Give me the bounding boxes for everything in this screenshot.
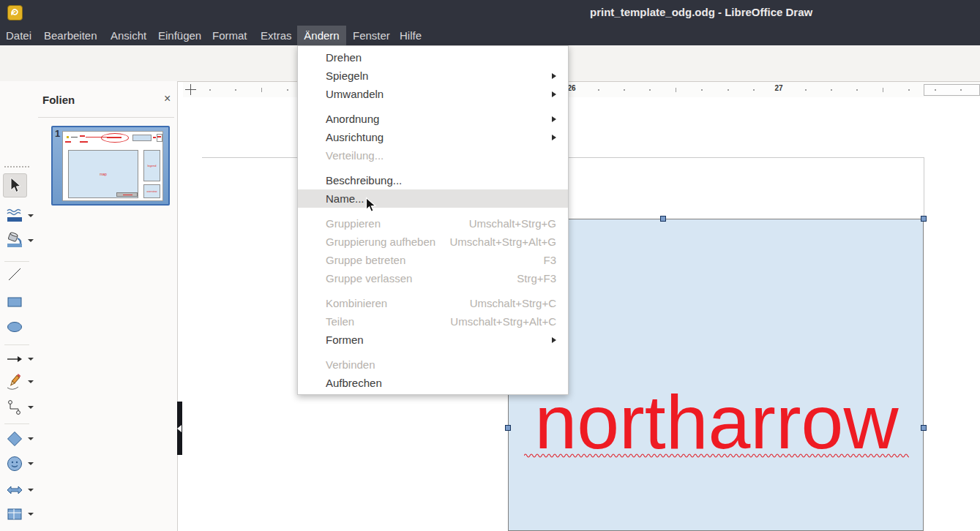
menu-separator [298,349,568,355]
thumb-mark [157,136,161,138]
selection-handle-top[interactable] [660,216,666,222]
menu-format[interactable]: Format [206,26,253,45]
selection-handle-top-right[interactable] [921,216,927,222]
submenu-arrow-icon [552,116,556,122]
menu-item-gruppierung-aufheben: Gruppierung aufhebenUmschalt+Strg+Alt+G [298,233,568,251]
ruler-tick [753,89,755,91]
lines-dropdown[interactable] [28,358,34,361]
menu-item-aufbrechen[interactable]: Aufbrechen [298,374,568,392]
select-tool[interactable] [3,173,27,197]
select-arrow-icon [6,176,23,194]
thumb-map-area: map [68,150,138,198]
ruler-tick [935,89,936,91]
connectors-icon[interactable] [6,399,23,416]
submenu-arrow-icon [552,337,556,343]
ruler-tick [649,89,651,91]
flowchart-shapes-icon[interactable] [6,505,23,523]
menu-fenster[interactable]: Fenster [347,26,396,45]
menu-item-ausrichtung[interactable]: Ausrichtung [298,128,568,146]
collapse-arrow-icon [177,425,182,432]
menu-item-kombinieren: KombinierenUmschalt+Strg+C [298,294,568,312]
ruler-tick [908,89,910,91]
page-border-right [924,157,924,219]
menu-bar: Datei Bearbeiten Ansicht Einfügen Format… [0,26,980,45]
thumb-mark [71,137,78,138]
flowchart-dropdown[interactable] [28,513,34,516]
ruler-tick [598,89,599,91]
line-color-icon[interactable] [6,207,23,225]
menu-item-umwandeln[interactable]: Umwandeln [298,85,568,103]
lines-and-arrows-icon[interactable] [6,350,23,368]
menu-item-formen[interactable]: Formen [298,331,568,349]
ruler-tick [883,88,883,92]
spellcheck-squiggle [524,452,909,459]
thumb-mark [107,137,121,138]
ruler-tick [235,89,236,91]
insert-line-icon[interactable] [6,266,23,283]
thumb-corner-box [157,134,162,142]
selection-handle-left[interactable] [505,425,511,431]
slide-number: 1 [55,128,60,139]
selected-text-shape[interactable] [508,219,924,531]
menu-item-name[interactable]: Name... [298,189,568,208]
curves-dropdown[interactable] [28,380,34,383]
menu-extras[interactable]: Extras [255,26,298,45]
toolbar-separator [4,261,29,262]
selection-handle-right[interactable] [921,425,927,431]
ruler-tick [676,88,676,92]
drawing-toolbar-grip[interactable] [4,166,29,167]
block-arrows-dropdown[interactable] [28,489,34,492]
slides-panel: Folien × 1 map legend overview [35,81,178,531]
panel-collapse-handle[interactable] [177,402,182,455]
connectors-dropdown[interactable] [28,406,34,409]
ellipse-icon[interactable] [6,318,23,336]
title-bar[interactable]: print_template_odg.odg - LibreOffice Dra… [0,0,980,26]
menu-datei[interactable]: Datei [0,26,37,45]
menu-item-verteilung: Verteilung... [298,146,568,165]
ruler-outside-page-box [924,84,980,96]
menu-item-spiegeln[interactable]: Spiegeln [298,67,568,85]
ruler-tick [209,89,211,91]
symbol-shapes-icon[interactable] [6,455,23,472]
menu-item-gruppe-verlassen: Gruppe verlassenStrg+F3 [298,269,568,287]
thumb-overview-area: overview [143,184,160,198]
menu-item-drehen[interactable]: Drehen [298,48,568,67]
fill-color-dropdown[interactable] [28,239,34,242]
fill-color-icon[interactable] [6,232,23,249]
symbol-shapes-dropdown[interactable] [28,462,34,465]
slides-panel-title: Folien [42,94,75,106]
curves-and-polygons-icon[interactable] [6,373,23,391]
block-arrows-icon[interactable] [6,481,23,499]
rectangle-icon[interactable] [6,293,23,311]
menu-aendern[interactable]: Ändern [297,26,346,45]
slides-panel-close-icon[interactable]: × [164,93,171,105]
mouse-cursor-icon [365,197,378,214]
thumb-header-box [132,135,152,141]
window-title: print_template_odg.odg - LibreOffice Dra… [590,6,812,18]
menu-ansicht[interactable]: Ansicht [105,26,152,45]
ruler-tick [701,89,703,91]
thumb-mark [153,137,156,138]
menu-item-anordnung[interactable]: Anordnung [298,110,568,128]
menu-item-beschreibung[interactable]: Beschreibung... [298,171,568,189]
slide-thumbnail-page: map legend overview [62,131,163,201]
libreoffice-draw-icon [7,5,23,20]
submenu-arrow-icon [552,135,556,140]
ruler-tick [856,89,858,91]
ruler-tick [261,88,262,92]
menu-bearbeiten[interactable]: Bearbeiten [38,26,103,45]
menu-separator [298,287,568,294]
drawing-toolbar [0,81,36,531]
toolbar-separator [4,423,29,424]
thumb-mark [80,141,88,143]
basic-shapes-dropdown[interactable] [28,437,34,440]
basic-shapes-icon[interactable] [6,430,23,448]
slide-thumbnail-1[interactable]: 1 map legend overview [51,126,170,206]
submenu-arrow-icon [552,91,556,97]
menu-hilfe[interactable]: Hilfe [394,26,427,45]
menu-einfuegen[interactable]: Einfügen [152,26,207,45]
line-color-dropdown[interactable] [28,214,34,217]
libreoffice-draw-window: { "window": { "title": "print_template_o… [0,0,980,531]
thumb-northarrow-bar [116,192,138,197]
thumb-mark [123,195,132,196]
